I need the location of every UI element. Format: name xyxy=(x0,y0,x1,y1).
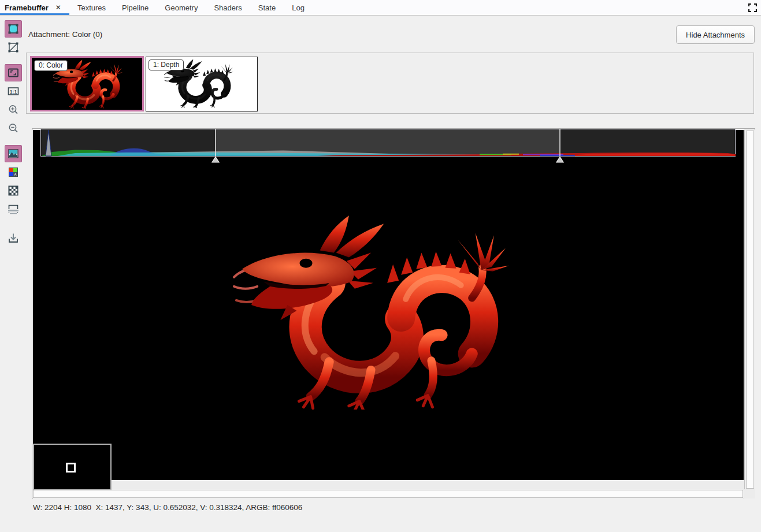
zoom-to-fit-icon[interactable] xyxy=(5,64,22,81)
tab-textures[interactable]: Textures xyxy=(69,0,114,15)
color-channels-icon[interactable]: A xyxy=(5,163,22,181)
vertical-scrollbar[interactable] xyxy=(744,130,755,489)
viewer-toolbar: 1:1 xyxy=(0,16,26,532)
texture-viewport xyxy=(32,128,755,498)
range-histogram[interactable] xyxy=(40,129,736,163)
vertical-scrollbar-thumb[interactable] xyxy=(746,131,754,489)
attachment-badge: 1: Depth xyxy=(149,59,184,70)
zoom-out-icon[interactable] xyxy=(5,120,22,137)
tab-log[interactable]: Log xyxy=(284,0,313,15)
svg-text:A: A xyxy=(14,173,16,176)
framebuffer-viewer-window: Framebuffer ✕ Textures Pipeline Geometry… xyxy=(0,0,761,532)
fullscreen-icon[interactable] xyxy=(744,0,761,15)
slice-range-icon[interactable] xyxy=(5,200,22,218)
alpha-checker-icon[interactable] xyxy=(5,182,22,199)
wireframe-icon[interactable] xyxy=(5,39,22,56)
tabbar-spacer xyxy=(313,0,744,15)
dragon-render xyxy=(232,212,510,410)
tab-label: Framebuffer xyxy=(5,3,49,12)
pixel-status-bar: W: 2204 H: 1080 X: 1437, Y: 343, U: 0.65… xyxy=(33,503,302,512)
solid-shaded-icon[interactable] xyxy=(5,20,22,38)
tab-state[interactable]: State xyxy=(250,0,284,15)
tab-bar: Framebuffer ✕ Textures Pipeline Geometry… xyxy=(0,0,761,16)
attachment-thumb-depth[interactable]: 1: Depth xyxy=(146,57,258,111)
attachment-badge: 0: Color xyxy=(34,60,68,71)
actual-size-icon[interactable]: 1:1 xyxy=(5,83,22,100)
zoom-in-icon[interactable] xyxy=(5,101,22,118)
pixel-context-view[interactable] xyxy=(33,444,112,490)
tab-framebuffer[interactable]: Framebuffer ✕ xyxy=(0,0,69,15)
tab-shaders[interactable]: Shaders xyxy=(206,0,250,15)
scrollbar-corner xyxy=(744,489,755,498)
attachment-thumb-color[interactable]: 0: Color xyxy=(30,56,144,111)
picked-pixel-marker xyxy=(66,463,76,473)
save-image-icon[interactable] xyxy=(5,229,22,247)
render-image-icon[interactable] xyxy=(5,145,22,162)
tab-pipeline[interactable]: Pipeline xyxy=(114,0,157,15)
attachment-strip: 0: Color 1: Depth xyxy=(26,53,754,114)
hide-attachments-button[interactable]: Hide Attachments xyxy=(676,25,755,44)
close-tab-icon[interactable]: ✕ xyxy=(55,3,61,12)
tab-geometry[interactable]: Geometry xyxy=(157,0,206,15)
render-canvas[interactable] xyxy=(33,130,744,480)
svg-text:1:1: 1:1 xyxy=(9,89,17,95)
horizontal-scrollbar-thumb[interactable] xyxy=(33,490,743,498)
attachment-label: Attachment: Color (0) xyxy=(28,30,102,39)
horizontal-scrollbar[interactable] xyxy=(33,489,744,498)
